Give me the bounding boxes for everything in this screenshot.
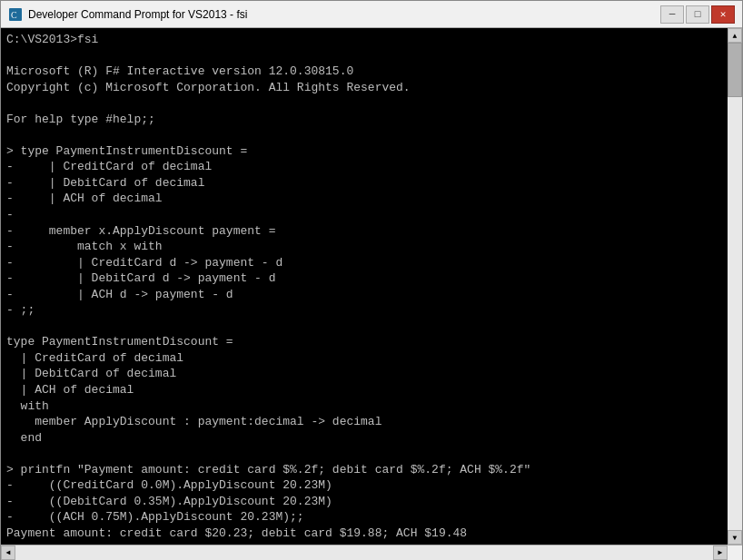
title-bar-left: C Developer Command Prompt for VS2013 - … (8, 7, 247, 22)
window-title: Developer Command Prompt for VS2013 - fs… (28, 8, 247, 21)
title-bar: C Developer Command Prompt for VS2013 - … (1, 1, 742, 28)
minimize-button[interactable]: ─ (660, 5, 684, 24)
terminal-output[interactable]: C:\VS2013>fsi Microsoft (R) F# Interacti… (1, 28, 728, 545)
maximize-button[interactable]: □ (686, 5, 709, 24)
close-button[interactable]: ✕ (711, 5, 735, 24)
horizontal-scrollbar[interactable]: ◀ ▶ (1, 545, 728, 560)
terminal-wrapper: C:\VS2013>fsi Microsoft (R) F# Interacti… (1, 28, 742, 545)
bottom-bar: ◀ ▶ (1, 545, 742, 559)
scroll-thumb[interactable] (728, 43, 742, 97)
scroll-left-button[interactable]: ◀ (1, 545, 15, 560)
svg-text:C: C (11, 10, 17, 20)
scroll-up-button[interactable]: ▲ (728, 28, 742, 43)
scroll-track[interactable] (728, 43, 742, 530)
app-icon: C (8, 7, 23, 22)
scroll-right-button[interactable]: ▶ (713, 545, 728, 560)
main-window: C Developer Command Prompt for VS2013 - … (0, 0, 743, 560)
scroll-down-button[interactable]: ▼ (728, 530, 742, 545)
h-scroll-track[interactable] (15, 545, 713, 560)
vertical-scrollbar[interactable]: ▲ ▼ (728, 28, 742, 545)
window-controls: ─ □ ✕ (660, 5, 735, 24)
resize-corner (728, 545, 742, 560)
